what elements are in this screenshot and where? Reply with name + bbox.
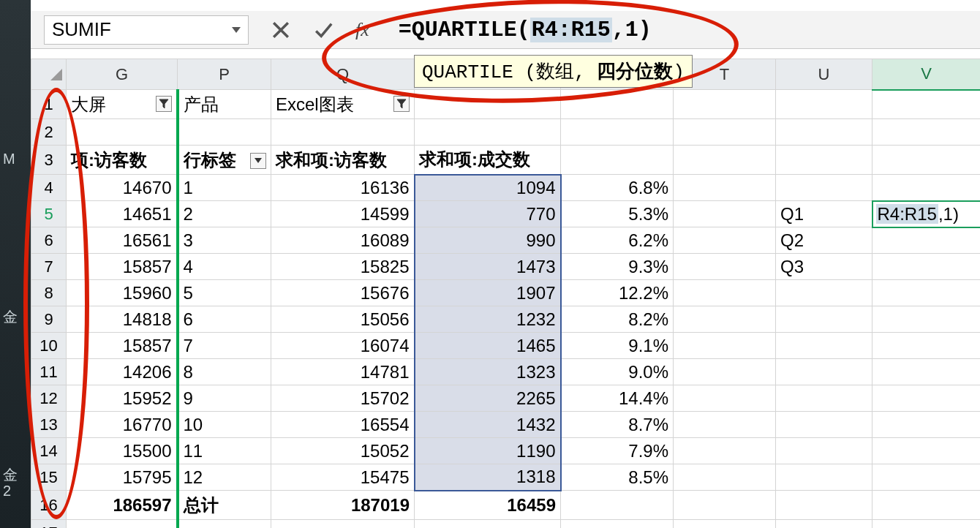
cell[interactable] bbox=[67, 119, 178, 146]
row-header[interactable]: 12 bbox=[31, 385, 67, 412]
cell[interactable]: 8 bbox=[178, 359, 271, 385]
cell[interactable] bbox=[561, 520, 674, 529]
cell[interactable]: 16459 bbox=[415, 491, 561, 520]
cell[interactable]: 15960 bbox=[67, 280, 178, 306]
cell[interactable]: 总计 bbox=[178, 491, 271, 520]
cell[interactable]: 2 bbox=[178, 201, 271, 227]
cell[interactable]: 770 bbox=[415, 201, 561, 227]
cell[interactable] bbox=[872, 119, 981, 146]
cell[interactable] bbox=[776, 90, 872, 119]
cell[interactable]: 1318 bbox=[415, 464, 561, 491]
cell[interactable] bbox=[67, 520, 178, 529]
row-header[interactable]: 13 bbox=[31, 412, 67, 438]
filter-icon[interactable] bbox=[156, 96, 172, 112]
cell[interactable]: 15857 bbox=[67, 254, 178, 280]
cell[interactable]: 14670 bbox=[67, 175, 178, 201]
cell[interactable]: 10 bbox=[178, 412, 271, 438]
cell[interactable] bbox=[415, 520, 561, 529]
cell[interactable]: 187019 bbox=[271, 491, 415, 520]
cell[interactable]: 5.3% bbox=[561, 201, 674, 227]
cell[interactable] bbox=[561, 146, 674, 175]
cell[interactable]: 14599 bbox=[271, 201, 415, 227]
cell[interactable] bbox=[674, 119, 776, 146]
cell[interactable] bbox=[674, 438, 776, 464]
row-header[interactable]: 6 bbox=[31, 227, 67, 254]
cell[interactable] bbox=[872, 464, 981, 491]
active-cell[interactable]: R4:R15,1) bbox=[872, 201, 981, 227]
col-header-G[interactable]: G bbox=[67, 59, 178, 90]
row-header[interactable]: 9 bbox=[31, 306, 67, 333]
cell[interactable] bbox=[674, 464, 776, 491]
cell[interactable]: Q1 bbox=[776, 201, 872, 227]
cell[interactable] bbox=[674, 146, 776, 175]
cell[interactable] bbox=[776, 119, 872, 146]
cell[interactable]: 186597 bbox=[67, 491, 178, 520]
cell[interactable] bbox=[674, 254, 776, 280]
row-header[interactable]: 10 bbox=[31, 333, 67, 359]
row-header[interactable]: 11 bbox=[31, 359, 67, 385]
cell[interactable]: 9.3% bbox=[561, 254, 674, 280]
row-header[interactable]: 3 bbox=[31, 146, 67, 175]
cell[interactable]: 5 bbox=[178, 280, 271, 306]
row-header[interactable]: 2 bbox=[31, 119, 67, 146]
row-header[interactable]: 16 bbox=[31, 491, 67, 520]
cell[interactable]: 990 bbox=[415, 227, 561, 254]
cell[interactable] bbox=[271, 520, 415, 529]
cell[interactable]: 15702 bbox=[271, 385, 415, 412]
cell[interactable]: 16770 bbox=[67, 412, 178, 438]
cell[interactable] bbox=[178, 119, 271, 146]
cell[interactable]: 15475 bbox=[271, 464, 415, 491]
cell[interactable] bbox=[674, 280, 776, 306]
cell[interactable] bbox=[872, 412, 981, 438]
cell[interactable]: 行标签 bbox=[178, 146, 271, 175]
row-header[interactable]: 7 bbox=[31, 254, 67, 280]
row-header[interactable]: 17 bbox=[31, 520, 67, 529]
cell[interactable]: 8.5% bbox=[561, 464, 674, 491]
filter-icon[interactable] bbox=[393, 96, 410, 112]
cell[interactable]: 3 bbox=[178, 227, 271, 254]
cell[interactable]: 9.0% bbox=[561, 359, 674, 385]
cell[interactable]: Excel图表 bbox=[271, 90, 415, 119]
cell[interactable] bbox=[561, 90, 674, 119]
cell[interactable]: 1232 bbox=[415, 306, 561, 333]
row-header[interactable]: 4 bbox=[31, 175, 67, 201]
cell[interactable] bbox=[872, 306, 981, 333]
cell[interactable] bbox=[674, 306, 776, 333]
cell[interactable] bbox=[271, 119, 415, 146]
cell[interactable]: Q3 bbox=[776, 254, 872, 280]
cell[interactable] bbox=[674, 520, 776, 529]
cell[interactable]: 2265 bbox=[415, 385, 561, 412]
cell[interactable]: 15052 bbox=[271, 438, 415, 464]
cell[interactable] bbox=[674, 333, 776, 359]
cell[interactable] bbox=[776, 520, 872, 529]
cell[interactable]: 1465 bbox=[415, 333, 561, 359]
col-header-Q[interactable]: Q bbox=[271, 59, 415, 90]
cell[interactable] bbox=[872, 227, 981, 254]
cell[interactable] bbox=[415, 90, 561, 119]
cell[interactable] bbox=[776, 333, 872, 359]
cell[interactable]: 15795 bbox=[67, 464, 178, 491]
chevron-down-icon[interactable] bbox=[232, 27, 241, 33]
cell[interactable] bbox=[561, 491, 674, 520]
cell[interactable] bbox=[674, 175, 776, 201]
cell[interactable] bbox=[561, 119, 674, 146]
cell[interactable] bbox=[872, 146, 981, 175]
cell[interactable]: 8.7% bbox=[561, 412, 674, 438]
cell[interactable] bbox=[776, 175, 872, 201]
col-header-V[interactable]: V bbox=[872, 59, 981, 90]
cell[interactable]: 求和项:访客数 bbox=[271, 146, 415, 175]
cell[interactable]: 16074 bbox=[271, 333, 415, 359]
row-header[interactable]: 15 bbox=[31, 464, 67, 491]
cell[interactable]: 6.2% bbox=[561, 227, 674, 254]
cell[interactable] bbox=[776, 491, 872, 520]
cell[interactable]: 15825 bbox=[271, 254, 415, 280]
cell[interactable]: 14651 bbox=[67, 201, 178, 227]
cell[interactable]: 11 bbox=[178, 438, 271, 464]
cell[interactable]: 1473 bbox=[415, 254, 561, 280]
cell[interactable]: 产品 bbox=[178, 90, 271, 119]
cell[interactable] bbox=[872, 385, 981, 412]
cell[interactable]: 15676 bbox=[271, 280, 415, 306]
cell[interactable] bbox=[674, 491, 776, 520]
cell[interactable] bbox=[415, 119, 561, 146]
cell[interactable] bbox=[776, 464, 872, 491]
